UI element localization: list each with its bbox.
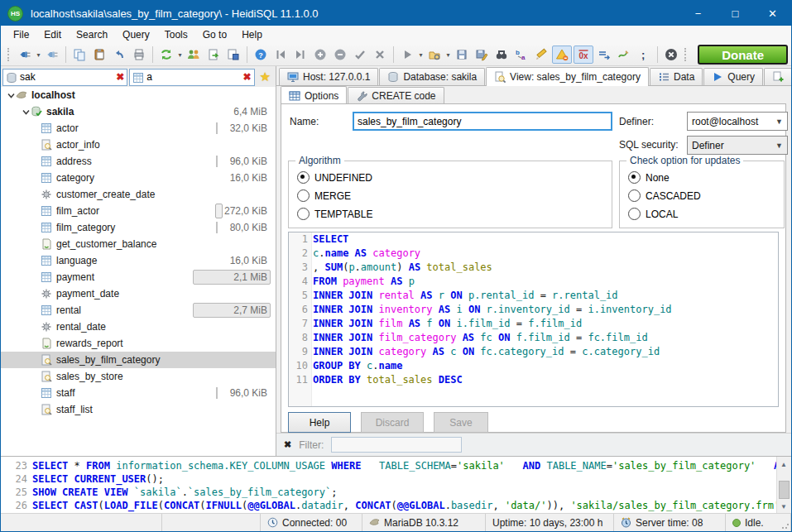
tree-item-staff[interactable]: staff96,0 KiB	[1, 385, 276, 401]
binary-as-hex-toggle-button[interactable]: 0x	[574, 46, 593, 64]
definer-combobox[interactable]: root@localhost ▼	[687, 112, 788, 131]
menu-item-edit[interactable]: Edit	[36, 26, 69, 43]
filter-input[interactable]	[331, 437, 462, 453]
tab-data[interactable]: Data	[650, 68, 703, 85]
menu-item-query[interactable]: Query	[115, 26, 157, 43]
save-grid-button[interactable]	[224, 46, 242, 64]
save-sql-button[interactable]	[453, 46, 471, 64]
chevron-down-icon[interactable]	[6, 92, 16, 99]
chevron-down-icon[interactable]	[21, 108, 31, 116]
favorites-star-icon[interactable]: ★	[257, 69, 274, 84]
last-row-button[interactable]	[291, 46, 310, 64]
insert-row-button[interactable]	[311, 46, 329, 64]
menu-item-go-to[interactable]: Go to	[195, 26, 234, 43]
check-option-radio-none[interactable]: None	[628, 171, 670, 184]
post-changes-button[interactable]	[351, 46, 369, 64]
menu-item-tools[interactable]: Tools	[157, 26, 195, 43]
stop-query-button[interactable]	[662, 46, 680, 64]
close-button[interactable]: ✕	[754, 1, 791, 26]
tree-item-actor[interactable]: actor32,0 KiB	[1, 120, 276, 137]
radio-icon[interactable]	[628, 189, 641, 202]
reformat-sql-button[interactable]	[615, 46, 633, 64]
menu-item-search[interactable]: Search	[69, 26, 115, 43]
subtab-options[interactable]: Options	[281, 86, 347, 105]
help-button[interactable]: Help	[288, 412, 351, 433]
tree-item-staff_list[interactable]: staff_list	[1, 401, 276, 418]
check-option-radio-cascaded[interactable]: CASCADED	[628, 189, 701, 202]
database-filter-box[interactable]: sak ✖	[2, 69, 127, 86]
toolbar-grip[interactable]	[684, 48, 689, 61]
radio-icon[interactable]	[297, 208, 310, 220]
sql-security-dropdown[interactable]: Definer ▼	[687, 136, 788, 155]
menu-item-help[interactable]: Help	[234, 26, 270, 43]
tree-item-film_actor[interactable]: film_actor272,0 KiB	[1, 203, 276, 219]
user-manager-button[interactable]	[185, 46, 203, 64]
delimiter-button[interactable]: ;	[635, 46, 653, 64]
tree-item-actor_info[interactable]: actor_info	[1, 137, 276, 153]
resize-grip[interactable]	[781, 521, 790, 530]
tree-item-rewards_report[interactable]: rewards_report	[1, 335, 276, 352]
tree-item-sales_by_store[interactable]: sales_by_store	[1, 368, 276, 385]
tab-new-query[interactable]	[764, 68, 792, 85]
chevron-down-icon[interactable]: ▾	[444, 51, 452, 59]
tree-item-localhost[interactable]: localhost	[1, 87, 276, 103]
clear-table-filter-icon[interactable]: ✖	[243, 71, 252, 83]
tab-view-sales-by-film-category[interactable]: View: sales_by_film_category	[486, 67, 649, 86]
tree-item-rental[interactable]: rental2,7 MiB	[1, 302, 276, 319]
tree-item-payment[interactable]: payment2,1 MiB	[1, 269, 276, 285]
view-name-input[interactable]	[353, 112, 612, 131]
tree-item-payment_date[interactable]: payment_date	[1, 285, 276, 302]
radio-icon[interactable]	[628, 208, 641, 220]
tree-item-film_category[interactable]: film_category80,0 KiB	[1, 219, 276, 236]
check-option-radio-local[interactable]: LOCAL	[628, 208, 678, 220]
tree-item-sales_by_film_category[interactable]: sales_by_film_category	[1, 352, 276, 368]
algorithm-radio-temptable[interactable]: TEMPTABLE	[297, 208, 372, 220]
radio-icon[interactable]	[297, 171, 310, 184]
load-sql-file-button[interactable]	[425, 46, 444, 64]
chevron-down-icon[interactable]: ▾	[417, 51, 425, 59]
scrollbar-thumb[interactable]	[779, 481, 790, 499]
chevron-down-icon[interactable]: ▾	[176, 51, 184, 59]
paste-button[interactable]	[90, 46, 108, 64]
sql-editor[interactable]: 1SELECT2c.name AS category3, SUM(p.amoun…	[288, 232, 779, 407]
radio-icon[interactable]	[297, 189, 310, 202]
donate-button[interactable]: Donate	[698, 45, 788, 65]
menu-item-file[interactable]: File	[6, 26, 36, 43]
find-text-button[interactable]	[492, 46, 511, 64]
minimize-button[interactable]: −	[679, 1, 717, 26]
clear-database-filter-icon[interactable]: ✖	[116, 71, 124, 83]
maximize-button[interactable]: □	[717, 1, 754, 26]
undo-button[interactable]	[110, 46, 128, 64]
radio-icon[interactable]	[628, 171, 641, 184]
tab-database-sakila[interactable]: Database: sakila	[379, 68, 485, 85]
algorithm-radio-merge[interactable]: MERGE	[297, 189, 351, 202]
tab-query[interactable]: Query	[703, 68, 763, 85]
tree-item-language[interactable]: language16,0 KiB	[1, 252, 276, 269]
close-filter-icon[interactable]: ✖	[284, 439, 291, 450]
chevron-down-icon[interactable]: ▾	[35, 51, 42, 59]
tree-item-address[interactable]: address96,0 KiB	[1, 153, 276, 170]
tab-host-127-0-0-1[interactable]: Host: 127.0.0.1	[279, 68, 378, 85]
tree-item-sakila[interactable]: sakila6,4 MiB	[1, 103, 276, 120]
copy-button[interactable]	[70, 46, 89, 64]
refresh-button[interactable]	[157, 46, 175, 64]
tree-item-customer_create_date[interactable]: customer_create_date	[1, 186, 276, 203]
cancel-editing-button[interactable]	[371, 46, 389, 64]
save-sql-as-button[interactable]	[473, 46, 491, 64]
log-scrollbar[interactable]: ▲ ▼	[776, 457, 791, 514]
tree-item-rental_date[interactable]: rental_date	[1, 319, 276, 335]
toolbar-grip[interactable]	[7, 48, 12, 61]
query-warnings-toggle-button[interactable]	[552, 46, 572, 64]
tree-item-category[interactable]: category16,0 KiB	[1, 170, 276, 186]
table-filter-box[interactable]: a ✖	[129, 69, 254, 86]
delete-row-button[interactable]	[331, 46, 349, 64]
algorithm-radio-undefined[interactable]: UNDEFINED	[297, 171, 372, 184]
highlight-text-button[interactable]	[532, 46, 550, 64]
help-button[interactable]: ?	[252, 46, 270, 64]
scroll-down-icon[interactable]: ▼	[777, 500, 790, 513]
tree-item-get_customer_balance[interactable]: get_customer_balance	[1, 236, 276, 252]
export-database-button[interactable]	[204, 46, 223, 64]
print-button[interactable]	[130, 46, 148, 64]
session-manager-button[interactable]	[16, 46, 34, 64]
new-connection-button[interactable]	[43, 46, 61, 64]
